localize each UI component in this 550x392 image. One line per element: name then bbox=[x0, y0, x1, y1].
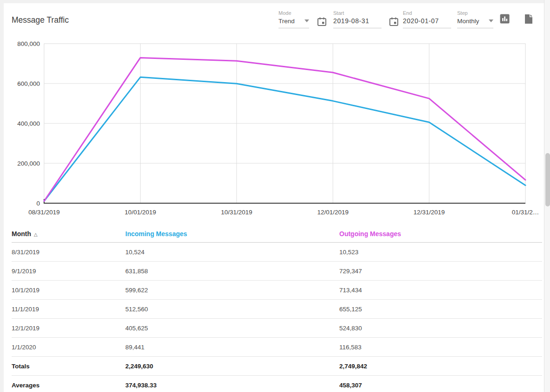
sort-ascending-icon: △ bbox=[34, 232, 38, 237]
chart-view-button[interactable] bbox=[499, 14, 510, 24]
file-icon bbox=[524, 14, 533, 24]
bar-chart-icon bbox=[500, 14, 510, 24]
outgoing-cell: 655,125 bbox=[339, 306, 542, 313]
x-axis-tick-label: 10/31/2019 bbox=[221, 209, 252, 216]
outgoing-cell: 524,830 bbox=[339, 325, 542, 332]
vertical-scrollbar-thumb[interactable] bbox=[545, 153, 550, 206]
start-date-value: 2019-08-31 bbox=[333, 17, 369, 25]
x-axis-tick-label: 12/01/2019 bbox=[317, 209, 349, 216]
month-cell: 8/31/2019 bbox=[12, 249, 125, 256]
x-axis-tick-label: 08/31/2019 bbox=[28, 209, 60, 216]
y-axis-tick-label: 400,000 bbox=[17, 120, 40, 127]
y-axis-tick-label: 0 bbox=[36, 200, 40, 207]
start-calendar-button[interactable] bbox=[317, 17, 327, 27]
outgoing-cell: 2,749,842 bbox=[339, 363, 542, 370]
incoming-cell: 89,441 bbox=[125, 344, 339, 351]
message-traffic-line-chart: 0200,000400,000600,000800,00008/31/20191… bbox=[4, 39, 544, 221]
incoming-cell: 10,524 bbox=[125, 249, 339, 256]
start-label: Start bbox=[333, 10, 382, 16]
page-title: Message Traffic bbox=[12, 15, 69, 25]
x-axis-tick-label: 10/01/2019 bbox=[125, 209, 156, 216]
column-header-outgoing-messages[interactable]: Outgoing Messages bbox=[339, 230, 542, 238]
series-line-outgoing-messages bbox=[44, 58, 525, 201]
table-row: 11/1/2019512,560655,125 bbox=[12, 300, 542, 319]
month-cell: 11/1/2019 bbox=[12, 306, 125, 313]
y-axis-tick-label: 200,000 bbox=[17, 160, 40, 167]
mode-label: Mode bbox=[278, 10, 309, 16]
month-cell: 12/1/2019 bbox=[12, 325, 125, 332]
series-line-incoming-messages bbox=[44, 77, 525, 201]
outgoing-cell: 713,434 bbox=[339, 287, 542, 294]
end-label: End bbox=[403, 10, 451, 16]
mode-dropdown[interactable]: Mode Trend bbox=[278, 10, 309, 28]
outgoing-cell: 729,347 bbox=[339, 268, 542, 275]
export-report-button[interactable] bbox=[523, 14, 533, 24]
table-row: 12/1/2019405,625524,830 bbox=[12, 319, 542, 338]
table-row: 9/1/2019631,858729,347 bbox=[12, 262, 542, 281]
step-value: Monthly bbox=[457, 18, 479, 25]
x-axis-tick-label: 12/31/2019 bbox=[414, 209, 445, 216]
vertical-scrollbar-track[interactable] bbox=[544, 0, 550, 392]
y-axis-tick-label: 600,000 bbox=[17, 80, 40, 87]
outgoing-cell: 116,583 bbox=[339, 344, 542, 351]
calendar-icon bbox=[317, 17, 327, 26]
calendar-icon bbox=[389, 17, 399, 26]
month-cell: Averages bbox=[12, 382, 125, 389]
incoming-cell: 2,249,630 bbox=[125, 363, 339, 370]
outgoing-cell: 10,523 bbox=[339, 249, 542, 256]
incoming-cell: 599,622 bbox=[125, 287, 339, 294]
incoming-cell: 374,938.33 bbox=[125, 382, 339, 389]
column-header-incoming-messages[interactable]: Incoming Messages bbox=[125, 230, 339, 238]
chevron-down-icon bbox=[304, 19, 309, 22]
end-calendar-button[interactable] bbox=[388, 17, 399, 27]
step-label: Step bbox=[457, 10, 493, 16]
table-row: 8/31/201910,52410,523 bbox=[12, 243, 542, 262]
incoming-cell: 512,560 bbox=[125, 306, 339, 313]
month-cell: 9/1/2019 bbox=[12, 268, 125, 275]
table-row: 1/1/202089,441116,583 bbox=[12, 338, 542, 357]
month-cell: 1/1/2020 bbox=[12, 344, 125, 351]
totals-row: Totals2,249,6302,749,842 bbox=[12, 357, 542, 376]
traffic-table: Month△Incoming MessagesOutgoing Messages… bbox=[12, 225, 542, 392]
x-axis-tick-label: 01/31/2… bbox=[512, 209, 539, 216]
table-row: 10/1/2019599,622713,434 bbox=[12, 281, 542, 300]
end-date-field[interactable]: End 2020-01-07 bbox=[403, 10, 451, 28]
start-date-field[interactable]: Start 2019-08-31 bbox=[333, 10, 382, 28]
outgoing-cell: 458,307 bbox=[339, 382, 542, 389]
table-header-row: Month△Incoming MessagesOutgoing Messages bbox=[12, 225, 542, 243]
averages-row: Averages374,938.33458,307 bbox=[12, 376, 542, 392]
message-traffic-panel: Message Traffic Mode Trend Start 2019-08… bbox=[4, 3, 544, 392]
step-dropdown[interactable]: Step Monthly bbox=[457, 10, 493, 28]
chevron-down-icon bbox=[489, 19, 493, 22]
mode-value: Trend bbox=[278, 18, 295, 25]
y-axis-tick-label: 800,000 bbox=[17, 40, 40, 47]
column-header-month[interactable]: Month△ bbox=[12, 230, 125, 238]
incoming-cell: 405,625 bbox=[125, 325, 339, 332]
month-cell: Totals bbox=[12, 363, 125, 370]
end-date-value: 2020-01-07 bbox=[403, 17, 439, 25]
incoming-cell: 631,858 bbox=[125, 268, 339, 275]
month-cell: 10/1/2019 bbox=[12, 287, 125, 294]
